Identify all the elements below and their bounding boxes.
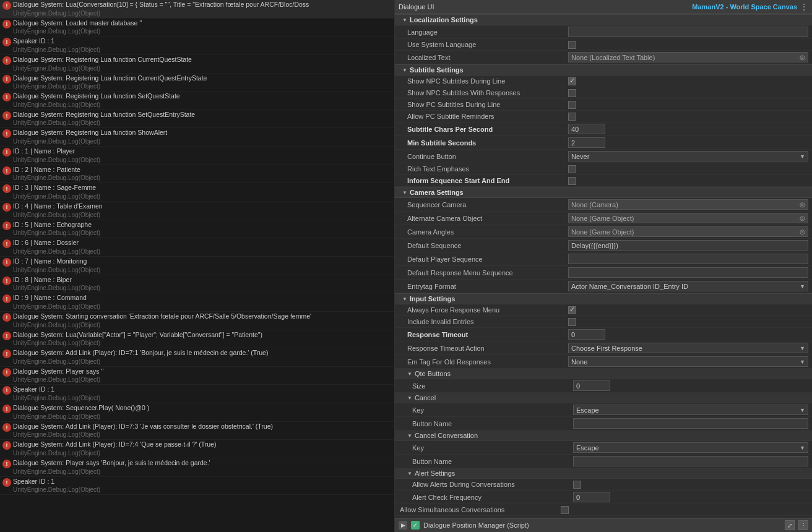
show-npc-responses-value[interactable] xyxy=(568,89,808,97)
section-input[interactable]: ▼ Input Settings xyxy=(395,293,812,304)
subsection-cancel-conversation[interactable]: ▼ Cancel Conversation xyxy=(395,431,812,441)
alternate-camera-field[interactable]: None (Game Object) ◎ xyxy=(568,213,808,223)
chars-per-second-input[interactable] xyxy=(568,124,605,134)
response-timeout-action-label: Response Timeout Action xyxy=(407,345,568,352)
chars-per-second-label: Subtitle Chars Per Second xyxy=(407,126,568,133)
use-system-language-checkbox[interactable] xyxy=(568,41,576,49)
show-pc-subtitles-value[interactable] xyxy=(568,101,808,109)
more-button[interactable]: ⋮ xyxy=(798,520,808,530)
prop-always-force-response: Always Force Response Menu xyxy=(395,304,812,316)
section-localization[interactable]: ▼ Localization Settings xyxy=(395,14,812,25)
include-invalid-value[interactable] xyxy=(568,318,808,326)
log-entry: ! ID : 1 | Name : Player UnityEngine.Deb… xyxy=(0,147,394,165)
allow-alerts-value[interactable] xyxy=(573,481,808,489)
pick-icon[interactable]: ◎ xyxy=(800,54,805,61)
allow-simultaneous-checkbox[interactable] xyxy=(561,506,569,514)
language-input[interactable] xyxy=(568,27,808,37)
expand-button[interactable]: ⤢ xyxy=(785,520,795,530)
log-warning-icon: ! xyxy=(2,460,11,468)
log-line1: Dialogue System: Starting conversation '… xyxy=(13,312,392,321)
entrytag-format-dropdown[interactable]: Actor Name_Conversation ID_Entry ID ▼ xyxy=(568,281,808,291)
subsection-cancel[interactable]: ▼ Cancel xyxy=(395,393,812,403)
dropdown-arrow-icon: ▼ xyxy=(800,153,805,160)
log-warning-icon: ! xyxy=(2,56,11,65)
show-npc-subtitles-value[interactable] xyxy=(568,77,808,85)
qte-size-value xyxy=(573,380,808,391)
log-entry: ! ID : 3 | Name : Sage-Femme UnityEngine… xyxy=(0,183,394,202)
localized-text-label: Localized Text xyxy=(407,54,568,61)
component-name: MamanV2 - World Space Canvas xyxy=(692,3,797,11)
alternate-camera-label: Alternate Camera Object xyxy=(407,215,568,222)
cancel-conv-button-name-input[interactable] xyxy=(573,456,808,466)
dropdown-arrow-icon: ▼ xyxy=(800,407,805,413)
log-line2: UnityEngine.Debug.Log(Object) xyxy=(13,137,392,145)
camera-angles-field[interactable]: None (Game Object) ◎ xyxy=(568,226,808,237)
min-subtitle-seconds-input[interactable] xyxy=(568,137,605,148)
show-pc-subtitles-checkbox[interactable] xyxy=(568,101,576,109)
cancel-conv-key-label: Key xyxy=(412,444,573,452)
cancel-button-name-input[interactable] xyxy=(573,418,808,429)
log-line1: Dialogue System: Player says '' xyxy=(13,367,392,376)
response-timeout-action-dropdown[interactable]: Choose First Response ▼ xyxy=(568,343,808,353)
default-player-sequence-input[interactable] xyxy=(568,254,808,264)
section-camera[interactable]: ▼ Camera Settings xyxy=(395,187,812,198)
default-response-menu-input[interactable] xyxy=(568,267,808,278)
response-timeout-input[interactable] xyxy=(568,329,605,340)
em-tag-dropdown[interactable]: None ▼ xyxy=(568,356,808,367)
log-warning-icon: ! xyxy=(2,350,11,358)
pick-icon[interactable]: ◎ xyxy=(800,201,805,208)
section-subtitle[interactable]: ▼ Subtitle Settings xyxy=(395,64,812,75)
continue-button-dropdown[interactable]: Never ▼ xyxy=(568,151,808,161)
log-line2: UnityEngine.Debug.Log(Object) xyxy=(13,229,392,237)
prop-allow-alerts: Allow Alerts During Conversations xyxy=(395,479,812,491)
log-entry: ! Dialogue System: Add Link (Player): ID… xyxy=(0,440,394,458)
always-force-response-checkbox[interactable] xyxy=(568,306,576,314)
subsection-alert[interactable]: ▼ Alert Settings xyxy=(395,468,812,479)
log-warning-icon: ! xyxy=(2,478,11,487)
log-entry: ! ID : 2 | Name : Patiente UnityEngine.D… xyxy=(0,165,394,184)
menu-icon[interactable]: ⋮ xyxy=(800,2,808,12)
qte-size-input[interactable] xyxy=(573,380,610,391)
alert-settings-label: Alert Settings xyxy=(415,470,455,477)
section-localization-label: Localization Settings xyxy=(410,16,478,24)
inform-sequence-checkbox[interactable] xyxy=(568,177,576,185)
allow-simultaneous-value[interactable] xyxy=(561,506,808,514)
localized-text-field[interactable]: None (Localized Text Table) ◎ xyxy=(568,52,808,62)
use-system-language-value[interactable] xyxy=(568,41,808,49)
log-line1: Dialogue System: Registering Lua functio… xyxy=(13,56,392,64)
subsection-qte-buttons[interactable]: ▼ Qte Buttons xyxy=(395,369,812,379)
show-npc-responses-checkbox[interactable] xyxy=(568,89,576,97)
show-npc-subtitles-checkbox[interactable] xyxy=(568,77,576,85)
cancel-button-name-value xyxy=(573,418,808,429)
triangle-icon: ▼ xyxy=(407,433,412,439)
allow-pc-reminders-checkbox[interactable] xyxy=(568,113,576,121)
prop-default-sequence: Default Sequence xyxy=(395,239,812,252)
allow-simultaneous-label: Allow Simultaneous Conversations xyxy=(400,506,561,513)
cancel-conv-button-name-label: Button Name xyxy=(412,458,573,465)
allow-pc-reminders-value[interactable] xyxy=(568,113,808,121)
always-force-response-value[interactable] xyxy=(568,306,808,314)
pick-icon[interactable]: ◎ xyxy=(800,215,805,221)
log-line2: UnityEngine.Debug.Log(Object) xyxy=(13,394,392,402)
pick-icon[interactable]: ◎ xyxy=(800,228,805,235)
cancel-key-dropdown[interactable]: Escape ▼ xyxy=(573,405,808,415)
log-warning-icon: ! xyxy=(2,38,11,46)
alert-check-input[interactable] xyxy=(573,492,610,502)
prop-cancel-conv-button-name: Button Name xyxy=(395,455,812,468)
triangle-icon: ▼ xyxy=(402,17,407,23)
default-sequence-input[interactable] xyxy=(568,240,808,251)
log-line1: Dialogue System: Sequencer.Play( None()@… xyxy=(13,404,392,413)
prop-cancel-key: Key Escape ▼ xyxy=(395,403,812,417)
inform-sequence-value[interactable] xyxy=(568,177,808,185)
rich-text-value[interactable] xyxy=(568,165,808,173)
log-entry: ! Dialogue System: Registering Lua funct… xyxy=(0,92,394,110)
prop-show-pc-subtitles: Show PC Subtitles During Line xyxy=(395,99,812,111)
allow-alerts-checkbox[interactable] xyxy=(573,481,581,489)
log-entry: ! ID : 9 | Name : Command UnityEngine.De… xyxy=(0,293,394,312)
default-response-menu-value xyxy=(568,267,808,278)
rich-text-checkbox[interactable] xyxy=(568,165,576,173)
section-camera-label: Camera Settings xyxy=(410,189,464,196)
cancel-conv-key-dropdown[interactable]: Escape ▼ xyxy=(573,442,808,453)
include-invalid-checkbox[interactable] xyxy=(568,318,576,326)
sequencer-camera-field[interactable]: None (Camera) ◎ xyxy=(568,199,808,210)
